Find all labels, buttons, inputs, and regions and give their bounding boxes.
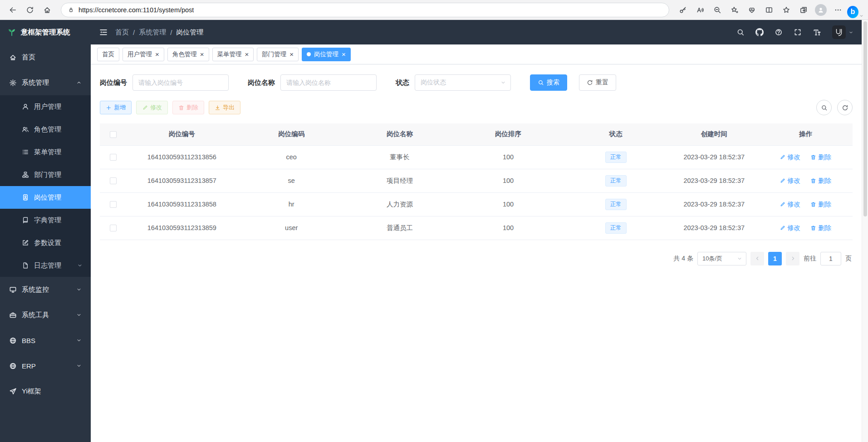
sidebar-item-parameters[interactable]: 参数设置 — [0, 231, 91, 254]
sidebar-item-roles[interactable]: 角色管理 — [0, 118, 91, 141]
row-edit-label: 修改 — [787, 224, 800, 232]
close-icon[interactable]: × — [289, 51, 294, 58]
github-button[interactable] — [755, 28, 764, 36]
row-delete-button[interactable]: 删除 — [810, 153, 831, 162]
refresh-table-button[interactable] — [837, 100, 853, 115]
collections-button[interactable] — [795, 2, 812, 18]
chevron-down-icon — [77, 263, 83, 268]
user-menu[interactable] — [832, 25, 853, 39]
split-screen-button[interactable] — [761, 2, 777, 18]
row-delete-button[interactable]: 删除 — [810, 224, 831, 232]
row-checkbox[interactable] — [110, 177, 117, 184]
bing-icon: b — [847, 6, 858, 18]
next-page-button[interactable] — [786, 252, 799, 265]
post-code-input[interactable] — [132, 74, 229, 91]
add-button[interactable]: 新增 — [100, 101, 132, 114]
status-select[interactable]: 岗位状态 — [415, 74, 511, 91]
profile-button[interactable] — [813, 2, 829, 18]
sidebar-item-label: Yi框架 — [22, 387, 41, 396]
row-delete-button[interactable]: 删除 — [810, 200, 831, 209]
row-edit-button[interactable]: 修改 — [780, 153, 800, 162]
passwords-button[interactable] — [675, 2, 691, 18]
search-button[interactable]: 搜索 — [530, 74, 567, 91]
close-icon[interactable]: × — [245, 51, 249, 58]
header-search-button[interactable] — [736, 28, 745, 36]
read-aloud-button[interactable] — [692, 2, 708, 18]
sidebar-item-yi-framework[interactable]: Yi框架 — [0, 378, 91, 404]
export-button[interactable]: 导出 — [209, 101, 240, 114]
breadcrumb-home[interactable]: 首页 — [115, 28, 129, 37]
sidebar: 意框架管理系统 首页 系统管理 用户管理 角色 — [0, 20, 91, 442]
sidebar-item-system[interactable]: 系统管理 — [0, 70, 91, 95]
edit-button[interactable]: 修改 — [136, 101, 168, 114]
search-icon — [821, 104, 828, 111]
close-icon[interactable]: × — [200, 51, 204, 58]
cell-created: 2023-03-29 18:52:37 — [670, 216, 759, 240]
address-bar[interactable]: https://ccnetcore.com:1101/system/post — [61, 3, 669, 17]
tab-users[interactable]: 用户管理 × — [123, 48, 164, 61]
row-edit-button[interactable]: 修改 — [780, 177, 800, 185]
font-size-button[interactable] — [813, 28, 821, 37]
sidebar-item-logs[interactable]: 日志管理 — [0, 254, 91, 277]
prev-page-button[interactable] — [750, 252, 764, 265]
trash-icon — [178, 105, 184, 111]
row-edit-label: 修改 — [787, 153, 800, 162]
row-checkbox[interactable] — [110, 201, 117, 208]
sidebar-item-dictionary[interactable]: 字典管理 — [0, 209, 91, 231]
help-button[interactable] — [775, 28, 783, 36]
copilot-button[interactable]: b — [847, 2, 863, 18]
tab-departments[interactable]: 部门管理 × — [257, 48, 299, 61]
row-checkbox[interactable] — [110, 225, 117, 231]
goto-page-input[interactable] — [820, 252, 841, 265]
row-edit-button[interactable]: 修改 — [780, 224, 800, 232]
scrollbar-thumb[interactable] — [863, 21, 867, 216]
row-checkbox[interactable] — [110, 154, 117, 161]
sidebar-item-departments[interactable]: 部门管理 — [0, 163, 91, 186]
sidebar-item-label: 菜单管理 — [34, 148, 61, 157]
browser-menu-button[interactable] — [830, 2, 846, 18]
status-label: 状态 — [396, 79, 409, 87]
back-button[interactable] — [5, 2, 21, 18]
row-delete-button[interactable]: 删除 — [810, 177, 831, 185]
post-name-input[interactable] — [280, 74, 377, 91]
tab-posts[interactable]: 岗位管理 × — [302, 48, 351, 61]
page-1-button[interactable]: 1 — [768, 252, 782, 265]
collections-icon — [799, 6, 808, 14]
sidebar-item-bbs[interactable]: BBS — [0, 328, 91, 353]
favorite-add-button[interactable] — [726, 2, 743, 18]
fullscreen-button[interactable] — [794, 28, 802, 36]
home-button[interactable] — [39, 2, 55, 18]
sidebar-item-erp[interactable]: ERP — [0, 353, 91, 378]
close-icon[interactable]: × — [342, 51, 346, 58]
page-size-select[interactable]: 10条/页 — [697, 252, 746, 265]
sidebar-item-menus[interactable]: 菜单管理 — [0, 141, 91, 163]
tab-roles[interactable]: 角色管理 × — [167, 48, 209, 61]
page-scrollbar[interactable] — [862, 20, 868, 442]
close-icon[interactable]: × — [155, 51, 159, 58]
sidebar-toggle-button[interactable] — [99, 28, 108, 37]
sidebar-item-label: 系统监控 — [22, 285, 49, 294]
tab-home[interactable]: 首页 — [97, 48, 119, 61]
browser-essentials-button[interactable] — [744, 2, 760, 18]
reset-button[interactable]: 重置 — [579, 74, 616, 91]
table-row: 1641030593112313858 hr 人力资源 100 正常 2023-… — [100, 192, 853, 216]
delete-button[interactable]: 删除 — [172, 101, 204, 114]
favorites-button[interactable] — [778, 2, 794, 18]
zoom-button[interactable] — [709, 2, 726, 18]
sidebar-item-posts[interactable]: 岗位管理 — [0, 186, 91, 209]
refresh-button[interactable] — [22, 2, 38, 18]
sidebar-item-monitor[interactable]: 系统监控 — [0, 277, 91, 302]
row-edit-button[interactable]: 修改 — [780, 200, 800, 209]
download-icon — [215, 105, 221, 111]
toggle-search-button[interactable] — [816, 100, 832, 115]
ellipsis-icon — [834, 6, 842, 14]
sidebar-item-users[interactable]: 用户管理 — [0, 95, 91, 118]
breadcrumb-system[interactable]: 系统管理 — [139, 28, 166, 37]
sidebar-item-label: 参数设置 — [34, 239, 61, 247]
key-icon — [679, 6, 687, 14]
sidebar-item-tools[interactable]: 系统工具 — [0, 302, 91, 328]
select-all-checkbox[interactable] — [110, 131, 117, 138]
tab-menus[interactable]: 菜单管理 × — [212, 48, 254, 61]
person-icon — [817, 6, 824, 14]
sidebar-item-home[interactable]: 首页 — [0, 44, 91, 70]
